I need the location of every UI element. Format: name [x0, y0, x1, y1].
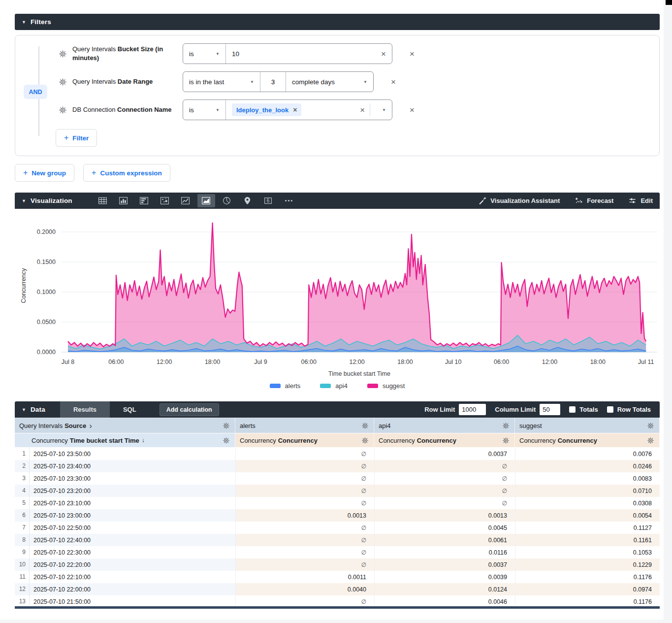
filter-operator-dropdown[interactable]: is ▼	[183, 44, 225, 64]
filter-value-input[interactable]	[232, 50, 381, 58]
remove-filter-icon[interactable]: ×	[410, 106, 415, 114]
remove-filter-icon[interactable]: ×	[391, 78, 396, 86]
chart-area: 0.00000.05000.10000.15000.2000Jul 806:00…	[15, 209, 660, 396]
custom-expression-button[interactable]: + Custom expression	[83, 164, 170, 182]
gear-icon[interactable]	[502, 422, 510, 429]
chip-label: ldeploy_the_look	[236, 106, 288, 114]
legend-item-suggest[interactable]: suggest	[367, 382, 405, 390]
magic-pen-icon	[478, 197, 486, 205]
viz-type-bar-icon[interactable]	[115, 194, 132, 207]
measure-column-header-api4[interactable]: Concurrency Concurrency	[374, 433, 515, 447]
table-row[interactable]: 112025-07-10 22:10:000.00110.00390.1176	[15, 571, 660, 583]
time-bucket-value: 2025-07-10 23:20:00	[30, 488, 91, 494]
measure-group-header-api4[interactable]: api4	[374, 418, 515, 433]
filter-value-chip[interactable]: ldeploy_the_look ×	[232, 103, 301, 116]
filter-operator-dropdown[interactable]: is ▼	[183, 100, 225, 120]
chevron-down-icon: ▼	[216, 108, 220, 112]
gear-icon[interactable]	[647, 437, 654, 444]
measure-column-header-alerts[interactable]: Concurrency Concurrency	[235, 433, 374, 447]
table-row[interactable]: 62025-07-10 23:00:000.00130.00130.0054	[15, 509, 660, 522]
clear-value-icon[interactable]: ×	[381, 50, 386, 58]
gear-icon[interactable]	[59, 50, 67, 58]
measure-value-alerts: ∅	[235, 522, 374, 534]
table-row[interactable]: 12025-07-10 23:50:00∅0.00370.0076	[15, 448, 660, 460]
gear-icon[interactable]	[59, 106, 67, 114]
viz-type-scatter-icon[interactable]	[156, 194, 174, 207]
gear-icon[interactable]	[361, 437, 369, 444]
filter-operator-dropdown[interactable]: is in the last ▼	[183, 72, 260, 92]
tab-sql[interactable]: SQL	[110, 401, 150, 418]
gear-icon[interactable]	[223, 437, 230, 444]
remove-chip-icon[interactable]: ×	[293, 106, 297, 114]
totals-checkbox[interactable]: Totals	[569, 406, 598, 413]
table-row[interactable]: 22025-07-10 23:40:00∅∅0.0246	[15, 460, 660, 472]
measure-value-api4: ∅	[374, 485, 515, 497]
measure-value-api4: ∅	[374, 497, 515, 509]
legend-item-api4[interactable]: api4	[320, 382, 348, 390]
measure-column-header-suggest[interactable]: Concurrency Concurrency	[515, 433, 660, 447]
table-row[interactable]: 72025-07-10 22:50:00∅0.00450.1127	[15, 522, 660, 534]
filters-header-bar[interactable]: ▼ Filters	[15, 14, 660, 30]
expand-chevron-icon[interactable]: ›	[89, 422, 92, 430]
dimension-group-header[interactable]: Query Intervals Source ›	[15, 418, 235, 433]
table-row[interactable]: 102025-07-10 22:20:00∅0.00370.1229	[15, 558, 660, 571]
forecast-sparkle-icon	[575, 197, 583, 205]
clear-value-icon[interactable]: ×	[360, 106, 365, 114]
sort-desc-icon[interactable]: ↓	[142, 437, 145, 444]
time-bucket-value: 2025-07-10 22:30:00	[30, 549, 91, 556]
header-field: Source	[64, 422, 86, 429]
gear-icon[interactable]	[647, 422, 654, 429]
row-dimension-cell: 12025-07-10 23:50:00	[15, 448, 235, 460]
viz-type-line-icon[interactable]	[177, 194, 194, 207]
chevron-down-icon[interactable]: ▼	[382, 108, 386, 112]
concurrency-area-chart[interactable]: 0.00000.05000.10000.15000.2000Jul 806:00…	[15, 212, 660, 379]
viz-type-more-icon[interactable]	[280, 194, 298, 207]
viz-type-map-icon[interactable]	[239, 194, 256, 207]
remove-filter-icon[interactable]: ×	[410, 50, 415, 58]
table-row[interactable]: 42025-07-10 23:20:00∅∅0.0710	[15, 485, 660, 497]
table-row[interactable]: 92025-07-10 22:30:00∅0.01160.1053	[15, 546, 660, 558]
viz-type-single-value-icon[interactable]: 6	[259, 194, 277, 207]
gear-icon[interactable]	[361, 422, 369, 429]
table-row[interactable]: 82025-07-10 22:40:00∅0.00610.1161	[15, 534, 660, 546]
measure-group-header-suggest[interactable]: suggest	[515, 418, 660, 433]
gear-icon[interactable]	[59, 78, 67, 86]
visualization-assistant-button[interactable]: Visualization Assistant	[478, 197, 560, 205]
tab-results[interactable]: Results	[60, 401, 110, 418]
new-group-button[interactable]: + New group	[15, 164, 74, 182]
edit-button[interactable]: Edit	[628, 197, 653, 205]
row-totals-checkbox[interactable]: Row Totals	[607, 406, 651, 413]
add-calculation-button[interactable]: Add calculation	[160, 403, 219, 416]
measure-value-suggest: 0.1176	[515, 571, 660, 583]
table-row[interactable]: 52025-07-10 23:10:00∅∅0.0308	[15, 497, 660, 509]
measure-value-suggest: 0.1229	[515, 558, 660, 571]
viz-type-hbar-icon[interactable]	[135, 194, 153, 207]
chart-type-toolbar: 6	[94, 193, 298, 209]
table-row[interactable]: 32025-07-10 23:30:00∅∅0.0083	[15, 472, 660, 485]
measure-value-suggest: 0.0054	[515, 509, 660, 522]
column-limit-input[interactable]	[540, 404, 560, 415]
filters-collapse-caret-icon[interactable]: ▼	[22, 20, 26, 25]
legend-item-alerts[interactable]: alerts	[270, 382, 301, 390]
table-row[interactable]: 132025-07-10 21:50:00∅0.00460.1176	[15, 595, 660, 605]
visualization-collapse-caret-icon[interactable]: ▼	[22, 198, 26, 203]
gear-icon[interactable]	[223, 422, 230, 429]
add-filter-button[interactable]: + Filter	[56, 129, 97, 147]
filter-number-input[interactable]	[266, 78, 281, 86]
measure-group-header-alerts[interactable]: alerts	[235, 418, 374, 433]
gear-icon[interactable]	[502, 437, 510, 444]
dimension-column-header[interactable]: Concurrency Time bucket start Time ↓	[15, 433, 235, 447]
row-limit-input[interactable]	[459, 404, 486, 415]
assistant-label: Visualization Assistant	[490, 197, 560, 204]
viz-type-pie-icon[interactable]	[218, 194, 236, 207]
viz-type-table-icon[interactable]	[94, 194, 112, 207]
data-collapse-caret-icon[interactable]: ▼	[22, 407, 26, 412]
viz-type-area-icon[interactable]	[197, 194, 215, 207]
svg-text:06:00: 06:00	[108, 359, 124, 365]
forecast-button[interactable]: Forecast	[575, 197, 613, 205]
legend-label: suggest	[383, 382, 405, 390]
filter-unit-dropdown[interactable]: complete days ▼	[286, 72, 373, 92]
row-number: 3	[15, 472, 30, 485]
table-row[interactable]: 122025-07-10 22:00:000.00400.01240.0974	[15, 583, 660, 595]
and-operator-badge[interactable]: AND	[24, 85, 47, 99]
